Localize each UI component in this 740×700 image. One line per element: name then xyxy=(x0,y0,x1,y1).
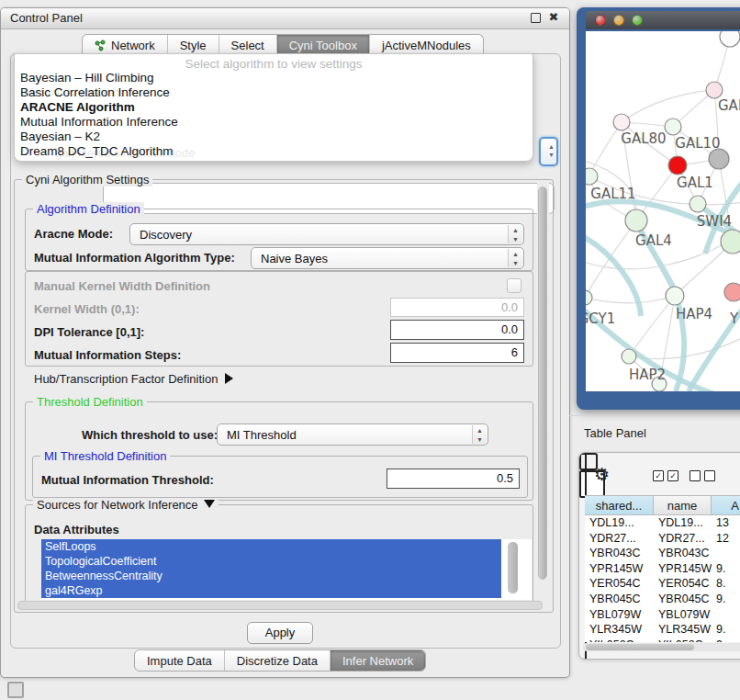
table-row[interactable]: YLR345WYLR345W9. xyxy=(585,622,740,638)
hub-definition-toggle[interactable]: Hub/Transcription Factor Definition xyxy=(34,372,233,386)
tab-label: Infer Network xyxy=(342,654,413,668)
network-node-GAL1[interactable] xyxy=(668,156,687,175)
network-node-GAL11[interactable] xyxy=(586,168,598,185)
network-canvas[interactable]: GAL7GAL80GAL10GAL1GAL11SWI4GAL4GCY1HAP4Y… xyxy=(586,31,740,391)
table-cell: 13 xyxy=(712,515,740,531)
minimized-panel-icon[interactable] xyxy=(7,682,24,698)
node-label-y: Y xyxy=(729,310,739,327)
algorithm-combo-arrow-ghost[interactable]: ▲▼ xyxy=(539,137,558,166)
apply-button[interactable]: Apply xyxy=(247,622,313,644)
network-window-titlebar[interactable] xyxy=(586,11,740,29)
deselect-all-checkbox-icon[interactable] xyxy=(704,470,715,481)
table-row[interactable]: YBL079WYBL079W xyxy=(585,607,740,623)
mi-steps-field[interactable]: 6 xyxy=(390,343,524,363)
which-threshold-select[interactable]: MI Threshold ▲▼ xyxy=(217,423,488,446)
network-node-HAP2[interactable] xyxy=(622,349,636,364)
settings-scrollbar-thumb[interactable] xyxy=(538,186,547,580)
settings-horizontal-scrollbar[interactable] xyxy=(17,601,543,610)
network-node-salmon[interactable] xyxy=(724,283,740,301)
combo-arrows-icon: ▲▼ xyxy=(548,142,555,159)
dpi-tolerance-field[interactable]: 0.0 xyxy=(390,320,524,340)
network-node[interactable] xyxy=(720,31,740,47)
tab-infer-network[interactable]: Infer Network xyxy=(330,650,425,671)
table-cell: YIL052C xyxy=(585,638,654,642)
network-edge[interactable] xyxy=(629,296,675,356)
tab-network[interactable]: Network xyxy=(83,35,167,55)
table-row[interactable]: YBR043CYBR043C xyxy=(585,546,740,561)
network-edge-highlighted[interactable] xyxy=(586,235,641,316)
attribute-item-selfloops[interactable]: SelfLoops xyxy=(41,539,501,554)
network-node-GAL10[interactable] xyxy=(665,119,681,135)
select-all-checkbox-icon[interactable]: ✓ xyxy=(653,470,664,481)
tab-select[interactable]: Select xyxy=(219,35,276,55)
select-all-checkbox-icon[interactable]: ✓ xyxy=(667,470,678,481)
attribute-item-betweennesscentrality[interactable]: BetweennessCentrality xyxy=(41,569,501,583)
tab-style[interactable]: Style xyxy=(167,35,219,55)
manual-kernel-width-checkbox[interactable] xyxy=(507,278,521,293)
table-row[interactable]: YDR27...YDR27...12 xyxy=(585,531,740,547)
tab-cyni-toolbox[interactable]: Cyni Toolbox xyxy=(276,35,369,55)
dropdown-item-bayesian-k2[interactable]: Bayesian – K2 xyxy=(18,130,529,144)
attribute-item-gal4rgexp[interactable]: gal4RGexp xyxy=(41,583,501,598)
tab-discretize-data[interactable]: Discretize Data xyxy=(224,650,330,671)
deselect-all-checkbox-icon[interactable] xyxy=(690,470,701,481)
mi-threshold-field[interactable]: 0.5 xyxy=(387,469,520,489)
mi-threshold-label: Mutual Information Threshold: xyxy=(41,473,214,487)
network-graph[interactable]: GAL7GAL80GAL10GAL1GAL11SWI4GAL4GCY1HAP4Y… xyxy=(586,31,740,391)
table-row[interactable]: YBR045CYBR045C9. xyxy=(585,592,740,607)
column-header-a[interactable]: A xyxy=(712,495,740,515)
aracne-mode-select[interactable]: Discovery ▲▼ xyxy=(129,223,524,245)
kernel-width-field[interactable]: 0.0 xyxy=(390,298,524,317)
network-node-GCY1[interactable] xyxy=(586,290,592,305)
table-cell: YDL19... xyxy=(654,515,712,531)
sources-legend[interactable]: Sources for Network Inference xyxy=(33,498,219,512)
table-scrollbar-thumb[interactable] xyxy=(586,644,694,650)
network-node-HAP4[interactable] xyxy=(666,287,684,305)
algorithm-dropdown-popup: Inference Algorithm galFiltered.sif defa… xyxy=(14,53,533,162)
gear-icon[interactable]: ⚙ xyxy=(594,464,610,485)
network-node-SWI4[interactable] xyxy=(690,196,706,212)
table-panel-window: ⚙ ✓ ✓ shared...nameA YDL19...YDL19...13Y… xyxy=(578,452,740,660)
tab-jactivemnodules[interactable]: jActiveMNodules xyxy=(369,35,483,55)
table-row[interactable]: YER054CYER054C8. xyxy=(585,576,740,592)
threshold-definition-legend: Threshold Definition xyxy=(33,395,147,409)
dropdown-item-bayesian-hill-climbing[interactable]: Bayesian – Hill Climbing xyxy=(18,71,529,85)
dropdown-item-aracne-algorithm[interactable]: ARACNE Algorithm xyxy=(18,100,529,115)
network-node-gray[interactable] xyxy=(709,149,729,169)
table-cell: YPR145W xyxy=(654,561,712,577)
mi-algorithm-type-select[interactable]: Naive Bayes ▲▼ xyxy=(251,247,524,269)
expanded-arrow-icon xyxy=(204,500,215,508)
close-icon[interactable]: ✖ xyxy=(547,11,560,24)
close-traffic-light[interactable] xyxy=(595,15,606,26)
dropdown-placeholder: Select algorithm to view settings xyxy=(15,57,533,71)
column-header-shared[interactable]: shared... xyxy=(585,495,654,515)
table-horizontal-scrollbar[interactable] xyxy=(583,643,740,651)
float-window-icon[interactable] xyxy=(529,11,542,24)
tab-label: Network xyxy=(111,39,155,52)
data-attributes-list[interactable]: SelfLoopsTopologicalCoefficientBetweenne… xyxy=(41,539,532,600)
minimize-traffic-light[interactable] xyxy=(613,15,624,26)
network-node-GAL80[interactable] xyxy=(613,114,630,130)
column-header-name[interactable]: name xyxy=(654,495,712,515)
attribute-item-topologicalcoefficient[interactable]: TopologicalCoefficient xyxy=(41,554,501,569)
node-label-gcy1: GCY1 xyxy=(586,310,615,327)
network-edge[interactable] xyxy=(589,122,622,176)
table-row[interactable]: YDL19...YDL19...13 xyxy=(585,515,740,531)
aracne-mode-value: Discovery xyxy=(140,228,192,242)
network-edge[interactable] xyxy=(586,296,675,303)
which-threshold-value: MI Threshold xyxy=(227,428,297,442)
table-row[interactable]: YIL052CYIL052C9. xyxy=(585,638,740,642)
table-row[interactable]: YPR145WYPR145W9. xyxy=(585,561,740,577)
attribute-list-scrollbar[interactable] xyxy=(508,542,518,593)
network-node-GAL7[interactable] xyxy=(706,82,723,98)
settings-scrollbar-track[interactable] xyxy=(537,181,549,604)
network-view-window: GAL7GAL80GAL10GAL1GAL11SWI4GAL4GCY1HAP4Y… xyxy=(577,7,740,410)
maximize-traffic-light[interactable] xyxy=(632,15,643,26)
tab-label: Select xyxy=(231,39,264,52)
network-node[interactable] xyxy=(721,230,740,254)
network-edge[interactable] xyxy=(622,90,714,122)
node-label-gal10: GAL10 xyxy=(675,135,720,152)
dropdown-item-mutual-information-inference[interactable]: Mutual Information Inference xyxy=(18,115,529,130)
tab-impute-data[interactable]: Impute Data xyxy=(135,650,224,671)
network-node-GAL4[interactable] xyxy=(625,209,647,231)
